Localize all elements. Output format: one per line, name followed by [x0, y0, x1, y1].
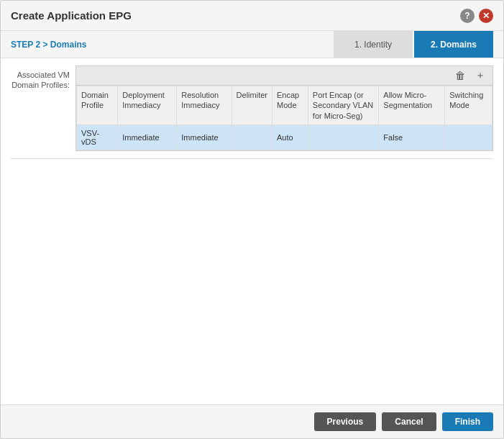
table-header-row: Domain Profile Deployment Immediacy Reso…: [77, 86, 492, 125]
previous-button[interactable]: Previous: [314, 412, 377, 431]
steps-container: 1. Identity 2. Domains: [334, 31, 493, 58]
header-icons: ? ✕: [460, 9, 493, 23]
col-encap-mode: Encap Mode: [272, 86, 308, 125]
table-row[interactable]: VSV-vDS Immediate Immediate Auto False: [77, 125, 492, 150]
finish-button[interactable]: Finish: [442, 412, 493, 431]
col-allow-micro-seg: Allow Micro-Segmentation: [379, 86, 445, 125]
add-button[interactable]: ＋: [472, 68, 488, 83]
modal-header: Create Application EPG ? ✕: [1, 1, 503, 31]
associated-vm-section: Associated VMDomain Profiles: 🗑 ＋ Domain…: [11, 65, 493, 151]
breadcrumb: STEP 2 > Domains: [11, 31, 334, 58]
cancel-button[interactable]: Cancel: [382, 412, 436, 431]
section-label: Associated VMDomain Profiles:: [11, 65, 75, 91]
table-toolbar: 🗑 ＋: [76, 66, 492, 86]
modal-body: Associated VMDomain Profiles: 🗑 ＋ Domain…: [1, 58, 503, 404]
cell-resolution-immediacy: Immediate: [177, 125, 232, 150]
domain-profiles-table: Domain Profile Deployment Immediacy Reso…: [76, 86, 492, 150]
help-button[interactable]: ?: [460, 9, 475, 23]
tab-domains[interactable]: 2. Domains: [414, 31, 493, 58]
cell-port-encap: [308, 125, 378, 150]
col-delimiter: Delimiter: [232, 86, 272, 125]
col-resolution-immediacy: Resolution Immediacy: [177, 86, 232, 125]
delete-button[interactable]: 🗑: [452, 69, 468, 82]
col-port-encap: Port Encap (or Secondary VLAN for Micro-…: [308, 86, 378, 125]
tab-identity[interactable]: 1. Identity: [334, 31, 413, 58]
modal-footer: Previous Cancel Finish: [1, 404, 503, 438]
cell-switching-mode: [445, 125, 492, 150]
step-bar: STEP 2 > Domains 1. Identity 2. Domains: [1, 31, 503, 58]
create-application-epg-modal: Create Application EPG ? ✕ STEP 2 > Doma…: [0, 0, 504, 439]
col-domain-profile: Domain Profile: [77, 86, 118, 125]
table-container: 🗑 ＋ Domain Profile Deployment Immediacy …: [75, 65, 493, 151]
modal-title: Create Application EPG: [11, 9, 132, 22]
divider: [11, 158, 493, 159]
cell-domain-profile: VSV-vDS: [77, 125, 118, 150]
col-deployment-immediacy: Deployment Immediacy: [118, 86, 177, 125]
cell-encap-mode: Auto: [272, 125, 308, 150]
close-button[interactable]: ✕: [479, 9, 493, 23]
cell-delimiter: [232, 125, 272, 150]
cell-deployment-immediacy: Immediate: [118, 125, 177, 150]
col-switching-mode: Switching Mode: [445, 86, 492, 125]
cell-allow-micro-seg: False: [379, 125, 445, 150]
